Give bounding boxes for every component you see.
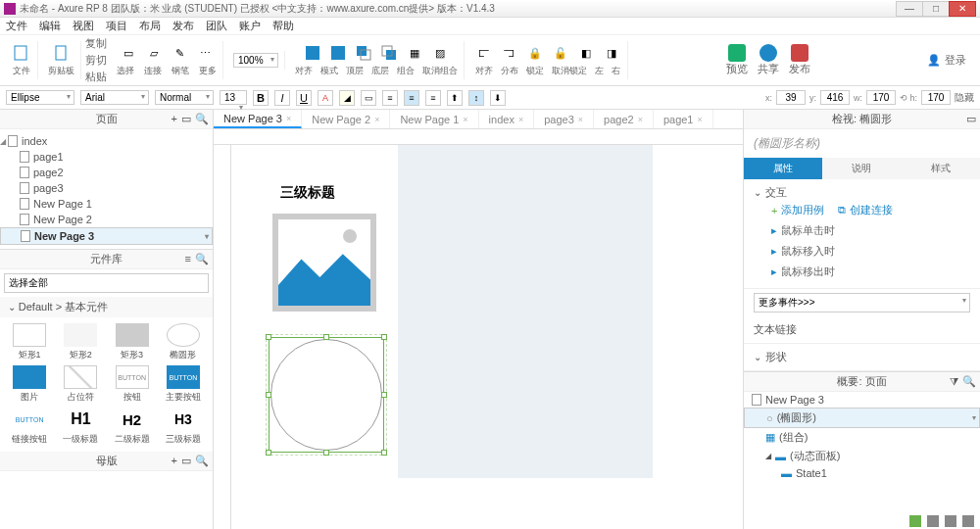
alignleft-button[interactable]: ≡ — [382, 90, 398, 106]
outline-dynpanel[interactable]: ◢▬(动态面板) — [744, 447, 980, 465]
cut-label[interactable]: 剪切 — [85, 53, 107, 68]
maximize-button[interactable]: □ — [922, 1, 950, 17]
italic-button[interactable]: I — [274, 90, 290, 106]
resize-handle[interactable] — [266, 450, 271, 456]
status-icon[interactable] — [945, 515, 956, 527]
resize-handle[interactable] — [381, 334, 387, 340]
interact-header[interactable]: ⌄ 交互 — [754, 185, 970, 200]
size-select[interactable]: 13 — [220, 90, 247, 105]
heading-widget[interactable]: 三级标题 — [280, 184, 335, 202]
lib-link[interactable]: BUTTON链接按钮 — [6, 408, 53, 446]
status-icon[interactable] — [927, 515, 939, 527]
textcolor-button[interactable]: A — [318, 90, 333, 106]
new-file-icon[interactable] — [12, 43, 31, 63]
tree-item[interactable]: page1 — [0, 149, 213, 165]
tab-properties[interactable]: 属性 — [744, 158, 822, 179]
more-icon[interactable]: ⋯ — [195, 43, 215, 63]
align-icon[interactable] — [303, 43, 322, 63]
copy-label[interactable]: 复制 — [85, 36, 107, 51]
tab[interactable]: page2× — [594, 110, 654, 128]
font-select[interactable]: Arial — [80, 90, 149, 105]
menu-file[interactable]: 文件 — [6, 19, 27, 33]
lib-h2[interactable]: H2二级标题 — [109, 408, 156, 446]
event-mouseout[interactable]: ▸鼠标移出时 — [754, 262, 970, 282]
menu-project[interactable]: 项目 — [106, 19, 127, 33]
image-widget[interactable] — [272, 214, 376, 312]
tab-close-icon[interactable]: × — [518, 115, 523, 124]
valignbot-button[interactable]: ⬇ — [490, 90, 506, 106]
add-case-link[interactable]: + 添加用例 ⧉ 创建连接 — [754, 200, 970, 220]
more-events-select[interactable]: 更多事件>>> — [754, 293, 970, 313]
ungroup-icon[interactable]: ▨ — [430, 43, 450, 63]
minimize-button[interactable]: — — [896, 1, 923, 17]
tab-close-icon[interactable]: × — [374, 115, 379, 124]
tab[interactable]: page1× — [654, 110, 713, 128]
lib-button[interactable]: BUTTON按钮 — [109, 365, 156, 404]
back-icon[interactable] — [379, 43, 399, 63]
outline-root[interactable]: New Page 3 — [744, 392, 980, 408]
menu-help[interactable]: 帮助 — [272, 19, 294, 33]
x-input[interactable]: 39 — [776, 90, 806, 105]
lock-icon[interactable]: 🔒 — [525, 43, 545, 63]
preview-button[interactable]: 预览 — [726, 44, 748, 76]
resize-handle[interactable] — [381, 450, 387, 456]
right-icon[interactable]: ◨ — [602, 43, 621, 63]
widget-name-field[interactable]: (椭圆形名称) — [744, 129, 980, 158]
front-icon[interactable] — [354, 43, 373, 63]
tree-item-selected[interactable]: New Page 3 — [0, 227, 213, 245]
folder-icon[interactable]: ▭ — [181, 113, 191, 125]
login-button[interactable]: 👤 登录 — [919, 49, 974, 72]
master-search-icon[interactable]: 🔍 — [195, 455, 209, 467]
lib-image[interactable]: 图片 — [6, 365, 53, 404]
zoom-select[interactable]: 100% — [233, 53, 278, 68]
outline-group[interactable]: ▦(组合) — [744, 428, 980, 447]
lib-menu-icon[interactable]: ≡ — [185, 253, 191, 265]
publish-button[interactable]: 发布 — [789, 44, 810, 76]
paste-icon[interactable] — [52, 43, 72, 63]
tab[interactable]: index× — [479, 110, 535, 128]
menu-view[interactable]: 视图 — [73, 19, 94, 33]
w-input[interactable]: 170 — [866, 90, 896, 105]
tab-style[interactable]: 样式 — [902, 158, 980, 179]
outline-ellipse[interactable]: ○(椭圆形) — [744, 408, 980, 428]
share-button[interactable]: 共享 — [758, 44, 779, 76]
event-click[interactable]: ▸鼠标单击时 — [754, 220, 970, 241]
valignmid-button[interactable]: ↕ — [468, 90, 484, 106]
tab-close-icon[interactable]: × — [638, 115, 643, 124]
lib-rect3[interactable]: 矩形3 — [109, 323, 156, 361]
filter-icon[interactable]: ⧩ — [950, 375, 958, 388]
status-icon[interactable] — [909, 515, 921, 527]
tree-root[interactable]: ◢index — [0, 133, 213, 149]
tab-close-icon[interactable]: × — [578, 115, 583, 124]
lib-select[interactable]: 选择全部 — [4, 273, 209, 293]
h-input[interactable]: 170 — [921, 90, 951, 105]
menu-team[interactable]: 团队 — [206, 19, 227, 33]
search-icon[interactable]: 🔍 — [195, 113, 209, 125]
status-icon[interactable] — [962, 515, 974, 527]
tab-close-icon[interactable]: × — [697, 115, 702, 124]
hidden-check[interactable]: 隐藏 — [955, 91, 974, 105]
menu-account[interactable]: 账户 — [239, 19, 261, 33]
shape-header[interactable]: ⌄ 形状 — [754, 350, 970, 364]
tree-item[interactable]: page3 — [0, 180, 213, 196]
left-icon[interactable]: ◧ — [576, 43, 596, 63]
alignl-icon[interactable]: ⫍ — [474, 43, 494, 63]
resize-handle[interactable] — [323, 334, 329, 340]
tree-item[interactable]: New Page 1 — [0, 196, 213, 212]
add-page-icon[interactable]: + — [172, 113, 177, 125]
bordercolor-button[interactable]: ▭ — [361, 90, 376, 106]
underline-button[interactable]: U — [296, 90, 312, 106]
resize-handle[interactable] — [266, 392, 271, 398]
lib-placeholder[interactable]: 占位符 — [57, 365, 104, 404]
tab[interactable]: page3× — [534, 110, 594, 128]
event-mousein[interactable]: ▸鼠标移入时 — [754, 241, 970, 262]
shape-select[interactable]: Ellipse — [6, 90, 74, 105]
tree-item[interactable]: New Page 2 — [0, 212, 213, 227]
aligncenter-button[interactable]: ≡ — [404, 90, 419, 106]
tab[interactable]: New Page 2× — [302, 110, 390, 128]
close-button[interactable]: ✕ — [949, 1, 976, 17]
lib-primary[interactable]: BUTTON主要按钮 — [160, 365, 207, 404]
outline-search-icon[interactable]: 🔍 — [962, 375, 976, 388]
group-icon[interactable]: ▦ — [405, 43, 424, 63]
master-folder-icon[interactable]: ▭ — [181, 455, 191, 467]
